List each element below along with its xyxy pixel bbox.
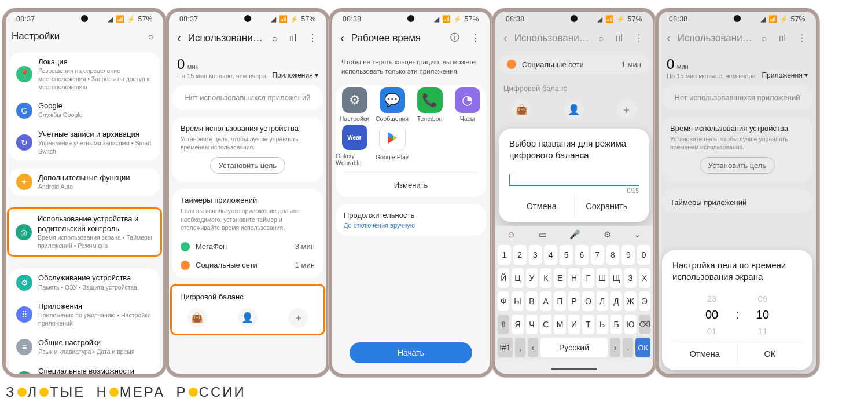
settings-item[interactable]: ◎ Использование устройства и родительски… [9, 209, 160, 255]
kb-key[interactable]: 5 [560, 245, 573, 265]
search-icon[interactable]: ⌕ [758, 31, 771, 46]
set-goal-button[interactable]: Установить цель [700, 157, 775, 174]
back-icon[interactable]: ‹ [664, 29, 673, 47]
kb-comma[interactable]: , [515, 338, 525, 357]
settings-item[interactable]: ♿ Специальные возможностиTalkBack • Звук… [9, 361, 160, 374]
kb-key[interactable]: А [540, 291, 551, 311]
kb-key[interactable]: П [554, 291, 565, 311]
allowed-app[interactable]: WearGalaxy Wearable [336, 125, 373, 166]
allowed-app[interactable]: Google Play [373, 125, 411, 166]
more-icon[interactable]: ⋮ [631, 30, 647, 46]
kb-dot[interactable]: . [623, 338, 633, 357]
kb-key[interactable]: Ф [498, 291, 509, 311]
kb-key[interactable]: 1 [498, 245, 511, 265]
kb-key[interactable]: В [526, 291, 538, 311]
kb-key[interactable]: Ш [597, 268, 608, 288]
kb-key[interactable]: К [540, 268, 551, 288]
start-button[interactable]: Начать [350, 342, 472, 363]
kb-key[interactable]: Х [639, 268, 650, 288]
filter-dropdown[interactable]: Приложения ▾ [272, 71, 318, 79]
allowed-app[interactable]: ◔Часы [448, 87, 486, 122]
chart-icon[interactable]: ııl [775, 31, 789, 46]
settings-item[interactable]: ↻ Учетные записи и архивацияУправление у… [9, 125, 160, 161]
kb-key[interactable]: Ю [624, 315, 636, 334]
allowed-app[interactable]: 📞Телефон [411, 87, 448, 122]
kb-key[interactable]: О [582, 291, 594, 311]
duration-label[interactable]: Продолжительность [336, 204, 486, 222]
back-icon[interactable]: ‹ [338, 29, 347, 47]
kb-key[interactable]: Ж [624, 291, 636, 311]
kb-key[interactable]: И [568, 315, 580, 334]
cancel-button[interactable]: Отмена [509, 195, 574, 218]
chart-icon[interactable]: ııl [286, 31, 300, 46]
kb-key[interactable]: 8 [606, 245, 620, 265]
search-icon[interactable]: ⌕ [595, 31, 608, 46]
info-icon[interactable]: ⓘ [447, 30, 463, 46]
kb-key[interactable]: 6 [575, 245, 589, 265]
app-timer-row[interactable]: МегаФон3 мин [172, 237, 323, 256]
kb-key[interactable]: Р [568, 291, 580, 311]
kb-key[interactable]: Н [568, 268, 580, 288]
kb-key[interactable]: З [624, 268, 636, 288]
kb-key[interactable]: Л [597, 291, 608, 311]
edit-apps-button[interactable]: Изменить [394, 181, 428, 189]
kb-key[interactable]: Б [610, 315, 622, 334]
save-button[interactable]: Сохранить [574, 195, 639, 218]
kb-key[interactable]: 2 [513, 245, 527, 265]
kb-key[interactable]: М [554, 315, 565, 334]
chart-icon[interactable]: ııl [612, 31, 626, 46]
back-icon[interactable]: ‹ [175, 29, 183, 47]
kb-key[interactable]: Ц [512, 268, 523, 288]
kb-key[interactable]: Й [498, 268, 509, 288]
more-icon[interactable]: ⋮ [794, 30, 810, 46]
kb-key[interactable]: Ч [526, 315, 538, 334]
settings-item[interactable]: ≡ Общие настройкиЯзык и клавиатура • Дат… [9, 333, 160, 361]
app-timer-row[interactable]: Социальные сети1 мин [172, 256, 323, 275]
more-icon[interactable]: ⋮ [468, 30, 484, 46]
kb-ok[interactable]: ОК [635, 338, 650, 357]
kb-key[interactable]: 0 [637, 245, 650, 265]
dialog-input[interactable] [509, 169, 639, 186]
filter-dropdown[interactable]: Приложения ▾ [762, 71, 808, 79]
cancel-button[interactable]: Отмена [672, 342, 737, 366]
kb-lang-prev[interactable]: ‹ [528, 338, 538, 357]
kb-symbols[interactable]: !#1 [498, 338, 513, 357]
kb-space[interactable]: Русский [540, 338, 608, 357]
set-goal-button[interactable]: Установить цель [210, 157, 285, 174]
kb-key[interactable]: Ь [597, 315, 608, 334]
time-picker[interactable]: 23 00 01 : 09 10 11 [672, 290, 802, 342]
kb-key[interactable]: Т [582, 315, 594, 334]
settings-item[interactable]: 📍 ЛокацияРазрешения на определение место… [9, 52, 160, 96]
more-icon[interactable]: ⋮ [304, 30, 321, 46]
allowed-app[interactable]: 💬Сообщения [373, 87, 411, 122]
kb-key[interactable]: ⌫ [639, 315, 650, 334]
duration-value[interactable]: До отключения вручную [336, 222, 486, 236]
kb-key[interactable]: Г [582, 268, 594, 288]
kb-key[interactable]: Е [554, 268, 565, 288]
kb-key[interactable]: 9 [621, 245, 635, 265]
search-icon[interactable]: ⌕ [269, 31, 281, 46]
kb-key[interactable]: Ы [512, 291, 523, 311]
kb-key[interactable]: У [526, 268, 538, 288]
ok-button[interactable]: ОК [737, 342, 803, 366]
kb-key[interactable]: Щ [610, 268, 622, 288]
kb-key[interactable]: ⇧ [498, 315, 509, 334]
balance-work-icon[interactable]: 👜 [187, 308, 207, 328]
kb-key[interactable]: Э [639, 291, 650, 311]
kb-key[interactable]: С [540, 315, 551, 334]
back-icon[interactable]: ‹ [501, 29, 510, 47]
settings-item[interactable]: ✦ Дополнительные функцииAndroid Auto [9, 168, 160, 196]
app-timer-row[interactable]: Социальные сети 1 мин [499, 55, 649, 74]
kb-key[interactable]: Д [610, 291, 622, 311]
search-icon[interactable]: ⌕ [145, 29, 157, 44]
balance-add-icon[interactable]: ＋ [288, 308, 308, 328]
kb-lang-next[interactable]: › [610, 338, 620, 357]
kb-key[interactable]: 7 [591, 245, 604, 265]
settings-item[interactable]: ⠿ ПриложенияПриложения по умолчанию • На… [9, 297, 160, 333]
settings-item[interactable]: ⚙ Обслуживание устройстваПамять • ОЗУ • … [9, 268, 160, 297]
kb-key[interactable]: 4 [544, 245, 557, 265]
kb-key[interactable]: 3 [529, 245, 542, 265]
balance-personal-icon[interactable]: 👤 [238, 308, 258, 328]
allowed-app[interactable]: ⚙Настройки [336, 87, 373, 122]
settings-item[interactable]: G GoogleСлужбы Google [9, 96, 160, 125]
